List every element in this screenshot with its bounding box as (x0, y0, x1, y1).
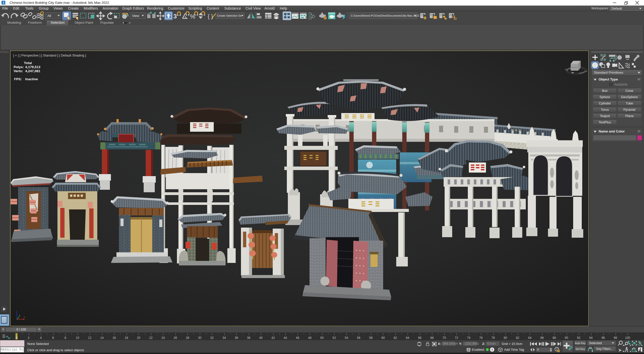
svg-text:C:\Users\Kiennt-PC\OneDrive\Do: C:\Users\Kiennt-PC\OneDrive\Documents\3d… (351, 14, 419, 17)
svg-text:z: z (16, 310, 17, 313)
svg-text:FRONT: FRONT (571, 66, 578, 69)
svg-text:x: x (24, 316, 25, 318)
svg-text:View: View (132, 14, 139, 18)
svg-text:Create Selection Se: Create Selection Se (217, 14, 242, 17)
svg-text:3: 3 (173, 13, 177, 20)
svg-text:3: 3 (3, 1, 4, 5)
svg-text:All: All (47, 14, 51, 18)
svg-text:y: y (19, 314, 20, 316)
